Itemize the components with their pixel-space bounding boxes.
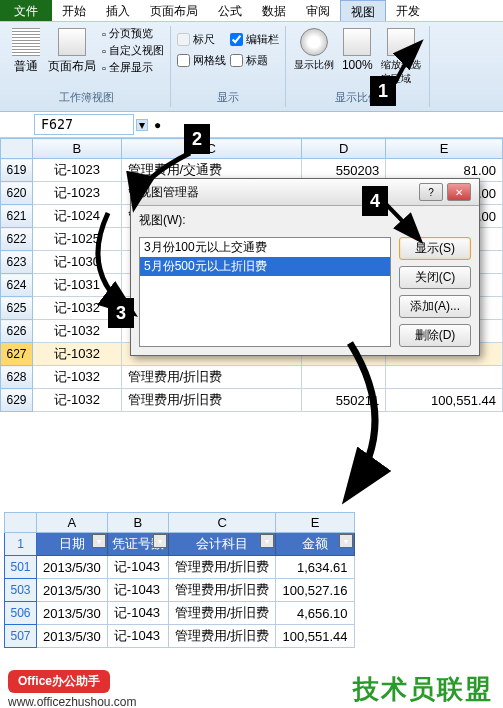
select-all[interactable] [1, 139, 33, 159]
row-header[interactable]: 620 [1, 182, 33, 205]
tab-review[interactable]: 审阅 [296, 0, 340, 21]
col-c[interactable]: C [121, 139, 301, 159]
hdr-date[interactable]: 日期▾ [37, 533, 108, 556]
cell[interactable]: 记-1031 [33, 274, 122, 297]
row-header[interactable]: 623 [1, 251, 33, 274]
row-header[interactable]: 506 [5, 602, 37, 625]
page-layout-button[interactable]: 页面布局 [46, 26, 98, 77]
cell[interactable]: 记-1043 [107, 625, 168, 648]
cell[interactable]: 记-1032 [33, 389, 122, 412]
cell[interactable]: 记-1032 [33, 366, 122, 389]
cell[interactable]: 记-1023 [33, 182, 122, 205]
dialog-titlebar[interactable]: 视图管理器 ? ✕ [131, 179, 479, 206]
hdr-subject[interactable]: 会计科目▾ [168, 533, 276, 556]
cell[interactable] [301, 366, 385, 389]
cell[interactable]: 记-1043 [107, 556, 168, 579]
row-header[interactable]: 507 [5, 625, 37, 648]
cell[interactable]: 记-1024 [33, 205, 122, 228]
name-box[interactable] [34, 114, 134, 135]
col-a2[interactable]: A [37, 513, 108, 533]
cell[interactable]: 100,551.44 [386, 389, 503, 412]
cell[interactable]: 管理费用/折旧费 [168, 602, 276, 625]
row-header[interactable]: 501 [5, 556, 37, 579]
col-b2[interactable]: B [107, 513, 168, 533]
tab-home[interactable]: 开始 [52, 0, 96, 21]
tab-view[interactable]: 视图 [340, 0, 386, 21]
zoomsel-icon [387, 28, 415, 56]
close-button[interactable]: 关闭(C) [399, 266, 471, 289]
list-item[interactable]: 3月份100元以上交通费 [140, 238, 390, 257]
row-header[interactable]: 628 [1, 366, 33, 389]
zoom-button[interactable]: 显示比例 [292, 26, 336, 74]
list-item[interactable]: 5月份500元以上折旧费 [140, 257, 390, 276]
filter-icon[interactable]: ▾ [153, 534, 167, 548]
row-header[interactable]: 626 [1, 320, 33, 343]
tab-developer[interactable]: 开发 [386, 0, 430, 21]
cell[interactable]: 记-1032 [33, 343, 122, 366]
page-break-button[interactable]: ▫分页预览 [102, 26, 164, 41]
tab-file[interactable]: 文件 [0, 0, 52, 21]
col-d[interactable]: D [301, 139, 385, 159]
headings-checkbox[interactable]: 标题 [230, 53, 279, 68]
formulabar-checkbox[interactable]: 编辑栏 [230, 32, 279, 47]
cell[interactable]: 管理费用/折旧费 [121, 389, 301, 412]
filter-icon[interactable]: ▾ [92, 534, 106, 548]
cell[interactable]: 1,634.61 [276, 556, 354, 579]
cell[interactable]: 550211 [301, 389, 385, 412]
cell[interactable] [386, 366, 503, 389]
gridlines-checkbox[interactable]: 网格线 [177, 53, 226, 68]
show-button[interactable]: 显示(S) [399, 237, 471, 260]
cell[interactable]: 2013/5/30 [37, 556, 108, 579]
tab-data[interactable]: 数据 [252, 0, 296, 21]
select-all-2[interactable] [5, 513, 37, 533]
row-header[interactable]: 621 [1, 205, 33, 228]
cell[interactable]: 记-1043 [107, 579, 168, 602]
filter-icon[interactable]: ▾ [339, 534, 353, 548]
cell[interactable]: 管理费用/折旧费 [168, 579, 276, 602]
col-e2[interactable]: E [276, 513, 354, 533]
row-header[interactable]: 629 [1, 389, 33, 412]
col-b[interactable]: B [33, 139, 122, 159]
cell[interactable]: 2013/5/30 [37, 579, 108, 602]
ruler-checkbox[interactable]: 标尺 [177, 32, 226, 47]
cell[interactable]: 管理费用/折旧费 [121, 366, 301, 389]
cell[interactable]: 管理费用/折旧费 [168, 625, 276, 648]
cell[interactable]: 记-1043 [107, 602, 168, 625]
add-button[interactable]: 添加(A)... [399, 295, 471, 318]
dialog-close-button[interactable]: ✕ [447, 183, 471, 201]
row-header[interactable]: 625 [1, 297, 33, 320]
col-c2[interactable]: C [168, 513, 276, 533]
cell[interactable]: 管理费用/折旧费 [168, 556, 276, 579]
ribbon-panel: 普通 页面布局 ▫分页预览 ▫自定义视图 ▫全屏显示 工作簿视图 标尺 网格线 … [0, 22, 503, 112]
cell[interactable]: 4,656.10 [276, 602, 354, 625]
row-header[interactable]: 619 [1, 159, 33, 182]
normal-view-button[interactable]: 普通 [10, 26, 42, 77]
tab-insert[interactable]: 插入 [96, 0, 140, 21]
row-header[interactable]: 622 [1, 228, 33, 251]
custom-view-button[interactable]: ▫自定义视图 [102, 43, 164, 58]
hdr-amount[interactable]: 金额▾ [276, 533, 354, 556]
filter-icon[interactable]: ▾ [260, 534, 274, 548]
hdr-voucher[interactable]: 凭证号数▾ [107, 533, 168, 556]
cell[interactable]: 100,551.44 [276, 625, 354, 648]
row-header[interactable]: 503 [5, 579, 37, 602]
zoom-100-button[interactable]: 100% [340, 26, 375, 74]
full-screen-button[interactable]: ▫全屏显示 [102, 60, 164, 75]
cell[interactable]: 2013/5/30 [37, 602, 108, 625]
name-box-dropdown[interactable]: ▾ [136, 119, 148, 131]
view-listbox[interactable]: 3月份100元以上交通费 5月份500元以上折旧费 [139, 237, 391, 347]
tab-formulas[interactable]: 公式 [208, 0, 252, 21]
row-header[interactable]: 627 [1, 343, 33, 366]
row-header[interactable]: 1 [5, 533, 37, 556]
col-e[interactable]: E [386, 139, 503, 159]
cell[interactable]: 记-1025 [33, 228, 122, 251]
tab-pagelayout[interactable]: 页面布局 [140, 0, 208, 21]
cell[interactable]: 100,527.16 [276, 579, 354, 602]
row-header[interactable]: 624 [1, 274, 33, 297]
cell[interactable]: 记-1023 [33, 159, 122, 182]
dialog-help-button[interactable]: ? [419, 183, 443, 201]
cell[interactable]: 2013/5/30 [37, 625, 108, 648]
filtered-grid[interactable]: A B C E 1 日期▾ 凭证号数▾ 会计科目▾ 金额▾ 501 2013/5… [4, 512, 355, 648]
delete-button[interactable]: 删除(D) [399, 324, 471, 347]
cell[interactable]: 记-1030 [33, 251, 122, 274]
